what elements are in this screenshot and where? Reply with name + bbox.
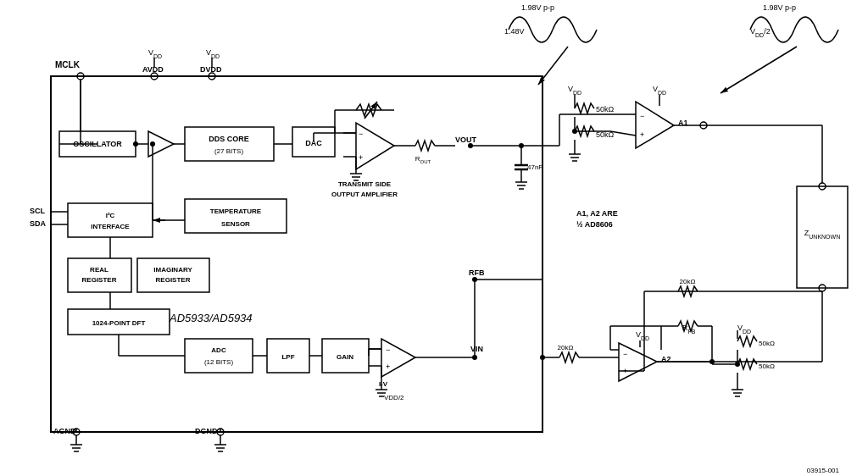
r50k-3-label: 50kΩ — [759, 340, 775, 347]
iv-label: I-V — [379, 380, 388, 388]
rfb-label: RFB — [469, 268, 485, 277]
iv-minus: − — [386, 346, 390, 354]
adc-bits-label: (12 BITS) — [204, 358, 234, 366]
sig2-pp-label: 1.98V p-p — [763, 3, 796, 12]
temp-sensor-label: TEMPERATURE — [210, 208, 262, 215]
sda-label: SDA — [30, 219, 47, 228]
a1a2-label: A1, A2 ARE — [576, 209, 618, 218]
a1-minus: − — [640, 112, 644, 120]
opamp-minus: − — [359, 130, 363, 138]
r50k-1-label: 50kΩ — [596, 105, 615, 113]
fig-num-label: 03915-001 — [807, 467, 840, 474]
mclk-label: MCLK — [55, 60, 81, 69]
temp-sensor-label2: SENSOR — [221, 220, 250, 228]
dds-bits-label: (27 BITS) — [214, 147, 244, 155]
iv-plus: + — [386, 363, 390, 371]
sig1-pp-label: 1.98V p-p — [521, 3, 554, 12]
svg-point-44 — [519, 143, 524, 148]
r20k-1-label: 20kΩ — [558, 344, 574, 351]
vin-label: VIN — [470, 345, 483, 353]
scl-label: SCL — [30, 207, 46, 215]
a1-plus: + — [640, 130, 644, 139]
adc-label: ADC — [211, 346, 226, 354]
transmit-amp-label2: OUTPUT AMPLIFIER — [331, 191, 398, 198]
sig1-dc-label: 1.48V — [504, 27, 525, 36]
svg-rect-0 — [0, 0, 868, 476]
svg-point-101 — [472, 277, 477, 282]
ad8606-label: ½ AD8606 — [576, 220, 613, 229]
dft-label: 1024-POINT DFT — [92, 319, 146, 327]
svg-point-35 — [468, 143, 473, 148]
vout-label: VOUT — [455, 136, 477, 144]
imag-reg-label2: REGISTER — [156, 276, 191, 284]
transmit-amp-label: TRANSMIT SIDE — [338, 180, 392, 188]
imag-reg-label: IMAGINARY — [153, 266, 192, 274]
svg-point-149 — [150, 141, 155, 147]
r20k-2-label: 20kΩ — [680, 278, 696, 285]
svg-point-11 — [133, 141, 138, 147]
chip-label: AD5933/AD5934 — [169, 312, 253, 324]
a2-minus: − — [623, 350, 627, 358]
vdd2-iv-label: VDD/2 — [384, 394, 404, 401]
real-reg-label2: REGISTER — [82, 276, 117, 284]
gain-label: GAIN — [337, 353, 353, 361]
svg-point-106 — [540, 355, 545, 360]
dds-core-label: DDS CORE — [209, 135, 249, 143]
i2c-interface-label: INTERFACE — [91, 223, 130, 230]
dgnd-label: DGND — [195, 427, 218, 435]
opamp-plus: + — [359, 153, 363, 162]
cap-47nf-label: 47nF — [527, 163, 542, 171]
real-reg-label: REAL — [90, 266, 108, 274]
lpf-label: LPF — [281, 353, 294, 361]
i2c-label: I²C — [106, 212, 115, 219]
r50k-4-label: 50kΩ — [759, 363, 775, 370]
